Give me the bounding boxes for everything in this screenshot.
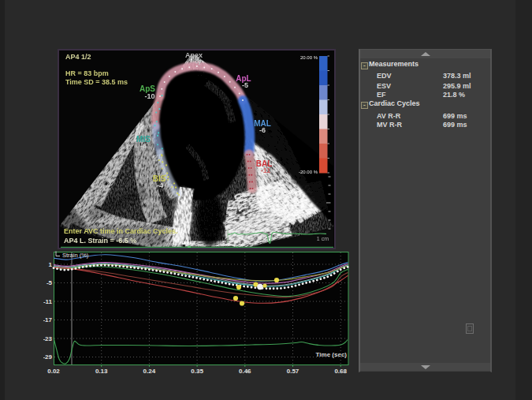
svg-text:Time SD = 38.5 ms: Time SD = 38.5 ms <box>65 78 128 86</box>
svg-text:Strain (%): Strain (%) <box>62 252 89 259</box>
svg-text:-7: -7 <box>195 58 202 66</box>
svg-text:-11: -11 <box>261 166 271 174</box>
svg-text:Time (sec): Time (sec) <box>316 351 348 358</box>
svg-text:Enter AVC time in Cardiac Cycl: Enter AVC time in Cardiac Cycles. <box>64 227 178 235</box>
svg-text:-10: -10 <box>144 92 154 100</box>
svg-text:-20.00 %: -20.00 % <box>299 170 318 174</box>
svg-text:-29: -29 <box>43 353 53 361</box>
svg-text:-5: -5 <box>47 279 53 286</box>
svg-text:AP4 1/2: AP4 1/2 <box>65 53 91 61</box>
svg-text:0.57: 0.57 <box>287 368 299 375</box>
svg-text:20.00 %: 20.00 % <box>300 55 318 60</box>
svg-text:0.35: 0.35 <box>191 368 203 375</box>
svg-text:0.13: 0.13 <box>95 368 108 375</box>
svg-text:-5: -5 <box>242 81 248 89</box>
svg-text:-4: -4 <box>157 181 163 189</box>
svg-text:-17: -17 <box>43 316 53 323</box>
svg-text:-6: -6 <box>140 142 147 150</box>
svg-text:0.68: 0.68 <box>334 368 347 375</box>
svg-text:AP4 L. Strain = -6.5 %: AP4 L. Strain = -6.5 % <box>64 237 136 245</box>
svg-text:0.46: 0.46 <box>239 368 251 375</box>
svg-text:HR = 83 bpm: HR = 83 bpm <box>65 69 109 77</box>
svg-text:1: 1 <box>49 261 53 268</box>
svg-text:-23: -23 <box>43 335 53 342</box>
svg-text:0.02: 0.02 <box>47 368 60 375</box>
svg-text:-6: -6 <box>259 126 266 134</box>
svg-text:0.24: 0.24 <box>143 368 156 375</box>
svg-text:-11: -11 <box>43 298 53 305</box>
svg-text:1 cm: 1 cm <box>317 236 329 241</box>
